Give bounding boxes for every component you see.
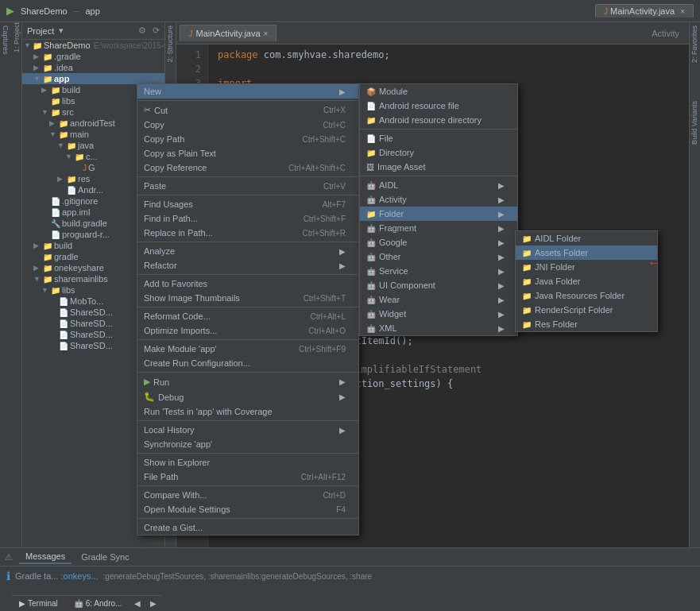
menu-separator bbox=[137, 100, 358, 101]
editor-tab-close[interactable]: × bbox=[264, 29, 269, 38]
menu-item-create-run[interactable]: Create Run Configuration... bbox=[137, 356, 358, 370]
submenu-new-google[interactable]: 🤖Google ▶ bbox=[360, 235, 517, 249]
project-header-label: Project bbox=[27, 26, 54, 36]
submenu-new-ui-component[interactable]: 🤖UI Component ▶ bbox=[360, 278, 517, 292]
menu-item-file-path[interactable]: File Path Ctrl+Alt+F12 bbox=[137, 470, 358, 484]
submenu-folder-aidl[interactable]: 📁AIDL Folder bbox=[516, 231, 657, 246]
menu-item-copy[interactable]: Copy Ctrl+C bbox=[137, 118, 358, 132]
emulator-tab[interactable]: 🤖 6: Andro... bbox=[66, 597, 130, 609]
menu-new-label: New bbox=[144, 87, 161, 96]
editor-tab-title[interactable]: J MainActivity.java × bbox=[595, 4, 694, 17]
editor-tabs: J MainActivity.java × Activity bbox=[176, 22, 689, 44]
menu-separator bbox=[137, 518, 358, 519]
submenu-new-activity[interactable]: 🤖Activity ▶ bbox=[360, 192, 517, 207]
submenu-folder-renderscript[interactable]: 📁RenderScript Folder bbox=[516, 303, 657, 317]
submenu-new-android-resource-dir[interactable]: 📁Android resource directory bbox=[360, 113, 517, 127]
menu-item-find-path[interactable]: Find in Path... Ctrl+Shift+F bbox=[137, 211, 358, 226]
bottom-tabs: ⚠ Messages Gradle Sync bbox=[0, 548, 700, 567]
submenu-new: 📦Module 📄Android resource file 📁Android … bbox=[359, 83, 518, 336]
menu-item-add-fav[interactable]: Add to Favorites bbox=[137, 276, 358, 291]
close-icon[interactable]: × bbox=[680, 7, 685, 16]
submenu-new-android-resource-file[interactable]: 📄Android resource file bbox=[360, 99, 517, 113]
project-side-tab[interactable]: 1: Project bbox=[13, 22, 21, 56]
structure-tab[interactable]: 2: Structure bbox=[165, 22, 176, 66]
menu-item-debug[interactable]: 🐛Debug ▶ bbox=[137, 389, 358, 404]
menu-item-compare[interactable]: Compare With... Ctrl+D bbox=[137, 488, 358, 502]
submenu-folder-assets[interactable]: 📁Assets Folder bbox=[516, 246, 657, 260]
submenu-folder-res[interactable]: 📁Res Folder bbox=[516, 317, 657, 331]
right-side-tabs: 2: Favorites Build Variants bbox=[689, 22, 700, 611]
submenu-folder-java-resources[interactable]: 📁Java Resources Folder bbox=[516, 288, 657, 303]
menu-item-cut[interactable]: ✂Cut Ctrl+X bbox=[137, 102, 358, 118]
menu-item-copy-plain[interactable]: Copy as Plain Text bbox=[137, 146, 358, 160]
bottom-tab-gradle[interactable]: Gradle Sync bbox=[75, 551, 136, 563]
submenu-new-fragment[interactable]: 🤖Fragment ▶ bbox=[360, 221, 517, 235]
menu-item-optimize[interactable]: Optimize Imports... Ctrl+Alt+O bbox=[137, 323, 358, 338]
captures-label[interactable]: Captures bbox=[2, 25, 10, 55]
submenu-folder: 📁AIDL Folder 📁Assets Folder 📁JNI Folder … bbox=[515, 230, 658, 332]
menu-item-refactor[interactable]: Refactor ▶ bbox=[137, 258, 358, 273]
nav-right-icon[interactable]: ▶ bbox=[145, 597, 161, 609]
menu-item-show-thumbs[interactable]: Show Image Thumbnails Ctrl+Shift+T bbox=[137, 291, 358, 305]
editor-tab-main[interactable]: J MainActivity.java × bbox=[180, 25, 277, 41]
android-icon: 🤖 bbox=[74, 599, 83, 608]
submenu-new-xml[interactable]: 🤖XML ▶ bbox=[360, 321, 517, 335]
menu-item-new[interactable]: New ▶ bbox=[137, 84, 358, 99]
project-settings-icon[interactable]: ⚙ bbox=[138, 25, 146, 36]
terminal-icon: ▶ bbox=[19, 599, 25, 608]
tree-item[interactable]: ▶ 📁 .idea bbox=[22, 62, 164, 73]
menu-separator bbox=[137, 485, 358, 486]
submenu-new-image-asset[interactable]: 🖼Image Asset bbox=[360, 160, 517, 174]
captures-panel: Captures bbox=[0, 22, 11, 611]
menu-item-paste[interactable]: Paste Ctrl+V bbox=[137, 179, 358, 193]
tree-item[interactable]: ▼ 📁 ShareDemo E:\workspace\2015-04-03-An… bbox=[22, 40, 164, 51]
menu-item-reformat[interactable]: Reformat Code... Ctrl+Alt+L bbox=[137, 309, 358, 323]
submenu-folder-jni[interactable]: 📁JNI Folder bbox=[516, 260, 657, 274]
menu-item-make-module[interactable]: Make Module 'app' Ctrl+Shift+F9 bbox=[137, 342, 358, 356]
submenu-new-folder[interactable]: 📁Folder ▶ bbox=[360, 207, 517, 221]
menu-separator bbox=[137, 195, 358, 195]
submenu-new-widget[interactable]: 🤖Widget ▶ bbox=[360, 307, 517, 321]
terminal-tab[interactable]: ▶ Terminal bbox=[11, 597, 66, 609]
module-name: app bbox=[85, 6, 99, 16]
menu-item-open-module[interactable]: Open Module Settings F4 bbox=[137, 502, 358, 516]
menu-item-copy-ref[interactable]: Copy Reference Ctrl+Alt+Shift+C bbox=[137, 160, 358, 175]
menu-separator bbox=[137, 176, 358, 177]
submenu-new-aidl[interactable]: 🤖AIDL ▶ bbox=[360, 178, 517, 192]
build-variants-tab[interactable]: Build Variants bbox=[690, 98, 700, 148]
tree-item-app[interactable]: ▼ 📁 app bbox=[22, 73, 164, 84]
menu-item-local-history[interactable]: Local History ▶ bbox=[137, 423, 358, 437]
menu-separator bbox=[137, 372, 358, 373]
submenu-new-service[interactable]: 🤖Service ▶ bbox=[360, 264, 517, 278]
submenu-new-directory[interactable]: 📁Directory bbox=[360, 145, 517, 160]
menu-item-run[interactable]: ▶Run ▶ bbox=[137, 374, 358, 389]
nav-left-icon[interactable]: ◀ bbox=[130, 597, 145, 609]
menu-item-create-gist[interactable]: Create a Gist... bbox=[137, 520, 358, 535]
submenu-new-file[interactable]: 📄File bbox=[360, 131, 517, 145]
submenu-new-module[interactable]: 📦Module bbox=[360, 84, 517, 99]
favorites-tab[interactable]: 2: Favorites bbox=[690, 22, 700, 66]
bottom-build-text: :generateDebugTestSources, :sharemainlib… bbox=[103, 572, 373, 581]
menu-item-analyze[interactable]: Analyze ▶ bbox=[137, 244, 358, 258]
project-dropdown-icon[interactable]: ▾ bbox=[59, 25, 64, 36]
submenu-new-wear[interactable]: 🤖Wear ▶ bbox=[360, 292, 517, 307]
menu-item-copy-path[interactable]: Copy Path Ctrl+Shift+C bbox=[137, 132, 358, 146]
menu-item-synchronize[interactable]: Synchronize 'app' bbox=[137, 437, 358, 451]
bottom-tool-tabs: ▶ Terminal 🤖 6: Andro... ◀ ▶ bbox=[11, 595, 161, 611]
menu-item-replace-path[interactable]: Replace in Path... Ctrl+Shift+R bbox=[137, 226, 358, 240]
menu-item-find-usages[interactable]: Find Usages Alt+F7 bbox=[137, 197, 358, 211]
app-name: ShareDemo bbox=[21, 6, 68, 16]
submenu-new-other[interactable]: 🤖Other ▶ bbox=[360, 249, 517, 264]
editor-tab-label: MainActivity.java bbox=[196, 29, 261, 38]
menu-separator bbox=[360, 176, 517, 176]
context-menu: New ▶ ✂Cut Ctrl+X Copy Ctrl+C Copy Path … bbox=[137, 83, 359, 536]
assets-folder-arrow: ← bbox=[648, 256, 660, 270]
menu-item-show-explorer[interactable]: Show in Explorer bbox=[137, 455, 358, 470]
menu-separator bbox=[137, 307, 358, 307]
bottom-content: ℹ Gradle ta... :onkeys... :generateDebug… bbox=[0, 567, 700, 586]
menu-item-run-tests[interactable]: Run 'Tests in 'app' with Coverage bbox=[137, 404, 358, 419]
tree-item[interactable]: ▶ 📁 .gradle bbox=[22, 51, 164, 62]
project-sync-icon[interactable]: ⟳ bbox=[153, 25, 160, 36]
bottom-tab-messages[interactable]: Messages bbox=[19, 550, 72, 564]
submenu-folder-java[interactable]: 📁Java Folder bbox=[516, 274, 657, 288]
